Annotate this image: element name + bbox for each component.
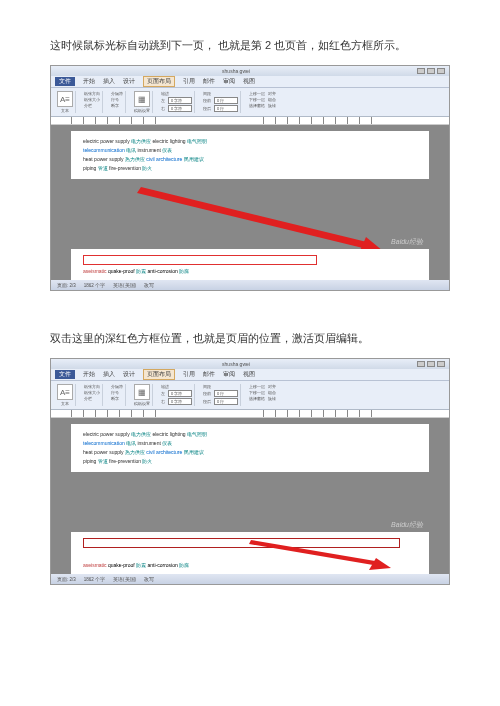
page-2-header[interactable]: aseismatic quake-proof 防震 anti-corrosion… [71, 532, 429, 574]
ribbon-selection[interactable]: 选择窗格 [249, 396, 265, 401]
ribbon-selection[interactable]: 选择窗格 [249, 103, 265, 108]
indent-left-input[interactable]: 0 字符 [168, 390, 192, 397]
ribbon-backward[interactable]: 下移一层 [249, 390, 265, 395]
ribbon-forward[interactable]: 上移一层 [249, 91, 265, 96]
ribbon-group-text: A≡ 文本 [55, 384, 76, 406]
ribbon-backward[interactable]: 下移一层 [249, 97, 265, 102]
menu-review[interactable]: 审阅 [223, 78, 235, 85]
ribbon-group-indent: 缩进 左0 字符 右0 字符 [159, 384, 195, 406]
doc-line-2: telecommunication 电讯 instrument 仪表 [83, 439, 417, 448]
ribbon-forward[interactable]: 上移一层 [249, 384, 265, 389]
indent-right-input[interactable]: 0 字符 [168, 105, 192, 112]
indent-right-input[interactable]: 0 字符 [168, 398, 192, 405]
close-icon[interactable] [437, 68, 445, 74]
ribbon-align[interactable]: 对齐 [268, 384, 276, 389]
menu-view[interactable]: 视图 [243, 371, 255, 378]
spacing-after-input[interactable]: 0 行 [214, 398, 238, 405]
ribbon-size[interactable]: 纸张大小 [84, 390, 100, 395]
status-page: 页面: 2/3 [57, 283, 76, 288]
doc-line-1: electric power supply 电力供应 electric ligh… [83, 137, 417, 146]
titlebar: shusha gwei [51, 359, 449, 369]
maximize-icon[interactable] [427, 68, 435, 74]
ribbon-group-btn[interactable]: 组合 [268, 97, 276, 102]
menu-start[interactable]: 开始 [83, 371, 95, 378]
text-direction-icon[interactable]: A≡ [57, 91, 73, 107]
menu-design[interactable]: 设计 [123, 371, 135, 378]
doc-line-2: telecommunication 电讯 instrument 仪表 [83, 146, 417, 155]
status-page: 页面: 2/3 [57, 577, 76, 582]
menu-file[interactable]: 文件 [55, 77, 75, 86]
menu-layout[interactable]: 页面布局 [143, 76, 175, 87]
status-bar: 页面: 2/3 1862 个字 英语(美国) 改写 [51, 280, 449, 290]
status-bar: 页面: 2/3 1862 个字 英语(美国) 改写 [51, 574, 449, 584]
ribbon-orientation[interactable]: 纸张方向 [84, 384, 100, 389]
ribbon: A≡ 文本 纸张方向 纸张大小 分栏 分隔符 行号 断字 ▦ 稿纸设置 缩进 左… [51, 381, 449, 410]
ribbon-group-watermark: ▦ 稿纸设置 [132, 384, 153, 406]
ribbon-group-page-setup: 纸张方向 纸张大小 分栏 [82, 91, 103, 113]
indent-left-input[interactable]: 0 字符 [168, 97, 192, 104]
red-highlight-box [83, 255, 317, 265]
ruler [51, 410, 449, 418]
maximize-icon[interactable] [427, 361, 435, 367]
menu-mail[interactable]: 邮件 [203, 371, 215, 378]
ribbon-group-breaks: 分隔符 行号 断字 [109, 91, 126, 113]
ribbon-group-btn[interactable]: 组合 [268, 390, 276, 395]
ribbon-align[interactable]: 对齐 [268, 91, 276, 96]
ribbon-orientation[interactable]: 纸张方向 [84, 91, 100, 96]
status-lang: 英语(美国) [113, 283, 136, 288]
menu-insert[interactable]: 插入 [103, 371, 115, 378]
watermark-icon[interactable]: ▦ [134, 384, 150, 400]
ribbon-hyphenation[interactable]: 断字 [111, 396, 123, 401]
ribbon-breaks[interactable]: 分隔符 [111, 384, 123, 389]
menu-start[interactable]: 开始 [83, 78, 95, 85]
ribbon-breaks[interactable]: 分隔符 [111, 91, 123, 96]
spacing-after-input[interactable]: 0 行 [214, 105, 238, 112]
text-direction-icon[interactable]: A≡ [57, 384, 73, 400]
menu-design[interactable]: 设计 [123, 78, 135, 85]
spacing-before-input[interactable]: 0 行 [214, 97, 238, 104]
ribbon-group-indent: 缩进 左0 字符 右0 字符 [159, 91, 195, 113]
menu-view[interactable]: 视图 [243, 78, 255, 85]
page-1[interactable]: electric power supply 电力供应 electric ligh… [71, 131, 429, 179]
ribbon-group-spacing: 间距 段前0 行 段后0 行 [201, 384, 241, 406]
account-name: shusha gwei [222, 68, 250, 74]
instruction-text-2: 双击这里的深红色方框位置，也就是页眉的位置，激活页眉编辑。 [50, 331, 450, 346]
ribbon-columns[interactable]: 分栏 [84, 396, 100, 401]
doc-line-4: piping 管道 fire-prevention 防火 [83, 457, 417, 466]
menu-mail[interactable]: 邮件 [203, 78, 215, 85]
status-chars: 1862 个字 [84, 577, 105, 582]
ribbon-line-numbers[interactable]: 行号 [111, 390, 123, 395]
watermark-icon[interactable]: ▦ [134, 91, 150, 107]
ribbon-rotate[interactable]: 旋转 [268, 103, 276, 108]
menu-review[interactable]: 审阅 [223, 371, 235, 378]
ribbon-group-spacing: 间距 段前0 行 段后0 行 [201, 91, 241, 113]
page-gap: Baidu经验 [71, 482, 429, 532]
page-2-header[interactable]: aseismatic quake-proof 防震 anti-corrosion… [71, 249, 429, 280]
menu-file[interactable]: 文件 [55, 370, 75, 379]
page-gap: Baidu经验 [71, 189, 429, 249]
ribbon-size[interactable]: 纸张大小 [84, 97, 100, 102]
menu-layout[interactable]: 页面布局 [143, 369, 175, 380]
ribbon-group-text: A≡ 文本 [55, 91, 76, 113]
doc-line-1: electric power supply 电力供应 electric ligh… [83, 430, 417, 439]
minimize-icon[interactable] [417, 68, 425, 74]
close-icon[interactable] [437, 361, 445, 367]
menu-reference[interactable]: 引用 [183, 371, 195, 378]
ribbon-rotate[interactable]: 旋转 [268, 396, 276, 401]
menu-bar: 文件 开始 插入 设计 页面布局 引用 邮件 审阅 视图 [51, 369, 449, 381]
minimize-icon[interactable] [417, 361, 425, 367]
menu-insert[interactable]: 插入 [103, 78, 115, 85]
window-controls [417, 68, 445, 74]
ribbon-group-arrange: 上移一层 对齐 下移一层 组合 选择窗格 旋转 [247, 384, 278, 406]
spacing-before-input[interactable]: 0 行 [214, 390, 238, 397]
footer-line: aseismatic quake-proof 防震 anti-corrosion… [83, 562, 417, 568]
ribbon-columns[interactable]: 分栏 [84, 103, 100, 108]
ribbon: A≡ 文本 纸张方向 纸张大小 分栏 分隔符 行号 断字 ▦ 稿纸设置 缩进 左… [51, 88, 449, 117]
watermark-text: Baidu经验 [391, 237, 423, 247]
ribbon-hyphenation[interactable]: 断字 [111, 103, 123, 108]
menu-bar: 文件 开始 插入 设计 页面布局 引用 邮件 审阅 视图 [51, 76, 449, 88]
menu-reference[interactable]: 引用 [183, 78, 195, 85]
status-input: 改写 [144, 577, 154, 582]
page-1[interactable]: electric power supply 电力供应 electric ligh… [71, 424, 429, 472]
ribbon-line-numbers[interactable]: 行号 [111, 97, 123, 102]
